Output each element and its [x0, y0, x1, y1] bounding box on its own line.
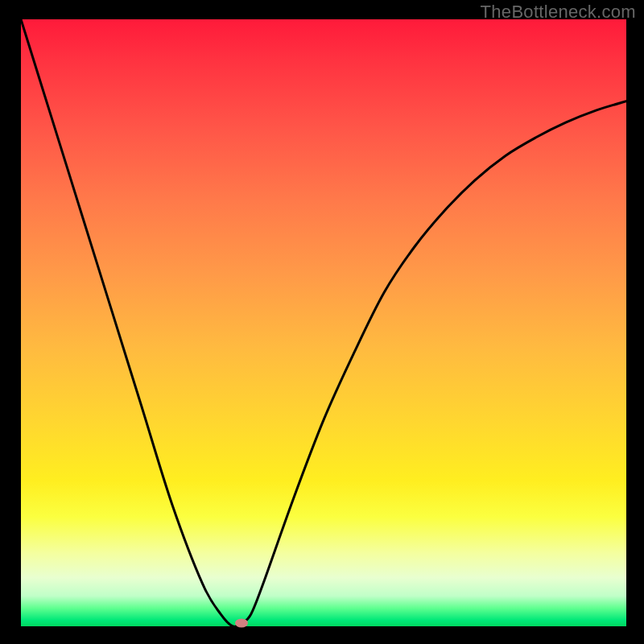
gradient-plot-area [21, 19, 626, 626]
optimal-point-marker [235, 619, 248, 628]
watermark-text: TheBottleneck.com [481, 2, 636, 23]
